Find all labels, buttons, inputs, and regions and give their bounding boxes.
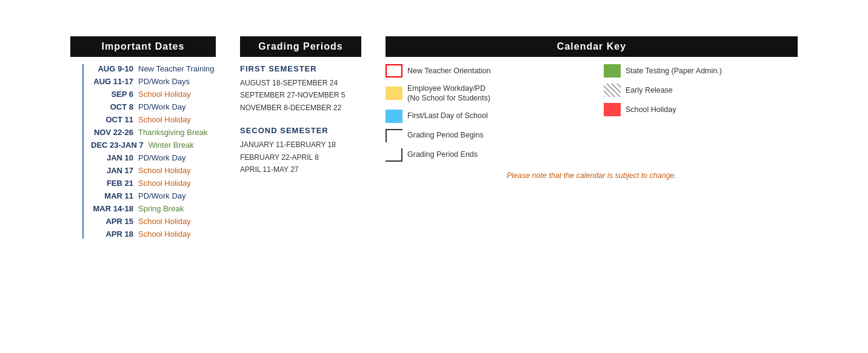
list-item: MAR 11 PD/Work Day [91,191,216,200]
list-item: AUG 9-10 New Teacher Training [91,64,216,73]
list-item: APR 15 School Holiday [91,217,216,226]
key-item-state-testing: State Testing (Paper Admin.) [604,64,798,78]
key-item-period-begins: Grading Period Begins [386,129,579,142]
date-key: DEC 23-JAN 7 [91,140,144,150]
key-grid: New Teacher Orientation Employee Workday… [386,64,798,162]
list-item: FEB 21 School Holiday [91,179,216,188]
list-item: AUG 11-17 PD/Work Days [91,77,216,86]
date-key: SEP 6 [91,90,133,99]
list-item: NOV 22-26 Thanksgiving Break [91,128,216,137]
date-label: Thanksgiving Break [138,128,207,137]
second-semester-dates: JANUARY 11-FEBRUARY 18 FEBRUARY 22-APRIL… [240,139,361,176]
key-label-early-release: Early Release [626,85,673,95]
swatch-hatched [604,84,621,97]
date-label: PD/Work Day [138,153,186,162]
swatch-blue [386,110,402,123]
date-label: Spring Break [138,204,184,213]
date-key: AUG 11-17 [91,77,133,86]
date-label: School Holiday [138,179,191,188]
list-item: SEP 6 School Holiday [91,90,216,99]
date-label: PD/Work Day [138,102,186,111]
list-item: APR 18 School Holiday [91,229,216,239]
date-label: School Holiday [138,166,191,175]
key-item-early-release: Early Release [604,84,798,97]
list-item: MAR 14-18 Spring Break [91,204,216,213]
date-label: Winter Break [149,140,194,150]
date-key: APR 18 [91,229,133,239]
key-item-period-ends: Grading Period Ends [386,148,579,162]
calendar-key-header: Calendar Key [386,36,798,57]
important-dates-header: Important Dates [70,36,216,57]
key-label-period-begins: Grading Period Begins [407,130,484,140]
swatch-period-ends [386,148,402,162]
dates-list: AUG 9-10 New Teacher Training AUG 11-17 … [82,64,216,239]
date-label: New Teacher Training [138,64,215,73]
key-item-school-holiday: School Holiday [604,103,798,116]
important-dates-section: Important Dates AUG 9-10 New Teacher Tra… [70,36,216,242]
date-key: MAR 11 [91,191,133,200]
first-semester-dates: AUGUST 18-SEPTEMBER 24 SEPTEMBER 27-NOVE… [240,77,361,114]
date-key: FEB 21 [91,179,133,188]
date-key: OCT 8 [91,102,133,111]
list-item: JAN 17 School Holiday [91,166,216,175]
key-left-column: New Teacher Orientation Employee Workday… [386,64,579,162]
list-item: JAN 10 PD/Work Day [91,153,216,162]
date-label: PD/Work Days [138,77,190,86]
date-key: JAN 10 [91,153,133,162]
swatch-period-begins [386,129,402,142]
list-item: OCT 11 School Holiday [91,115,216,124]
list-item: DEC 23-JAN 7 Winter Break [91,140,216,150]
date-key: NOV 22-26 [91,128,133,137]
key-item-employee-workday: Employee Workday/PD(No School for Studen… [386,84,579,104]
key-label-state-testing: State Testing (Paper Admin.) [626,66,722,76]
key-label-new-teacher: New Teacher Orientation [407,66,490,76]
date-key: OCT 11 [91,115,133,124]
calendar-key-note: Please note that the calendar is subject… [386,171,798,180]
key-right-column: State Testing (Paper Admin.) Early Relea… [604,64,798,162]
key-item-new-teacher: New Teacher Orientation [386,64,579,78]
calendar-key-section: Calendar Key New Teacher Orientation Emp… [386,36,798,180]
date-label: School Holiday [138,217,191,226]
date-label: School Holiday [138,229,191,239]
list-item: OCT 8 PD/Work Day [91,102,216,111]
key-label-first-last-day: First/Last Day of School [407,111,488,120]
swatch-red-solid [604,103,621,116]
date-key: JAN 17 [91,166,133,175]
swatch-yellow [386,87,402,100]
swatch-green [604,64,621,78]
key-item-first-last-day: First/Last Day of School [386,110,579,123]
date-key: AUG 9-10 [91,64,133,73]
first-semester-title: FIRST SEMESTER [240,64,361,73]
key-label-employee-workday: Employee Workday/PD(No School for Studen… [407,84,490,104]
grading-periods-header: Grading Periods [240,36,361,57]
key-label-period-ends: Grading Period Ends [407,150,478,159]
date-key: MAR 14-18 [91,204,133,213]
date-label: PD/Work Day [138,191,186,200]
key-label-school-holiday: School Holiday [626,105,676,114]
date-key: APR 15 [91,217,133,226]
second-semester-title: SECOND SEMESTER [240,126,361,135]
swatch-red-outline [386,64,402,78]
date-label: School Holiday [138,115,191,124]
page-container: Important Dates AUG 9-10 New Teacher Tra… [70,36,798,242]
grading-periods-section: Grading Periods FIRST SEMESTER AUGUST 18… [240,36,361,188]
date-label: School Holiday [138,90,191,99]
